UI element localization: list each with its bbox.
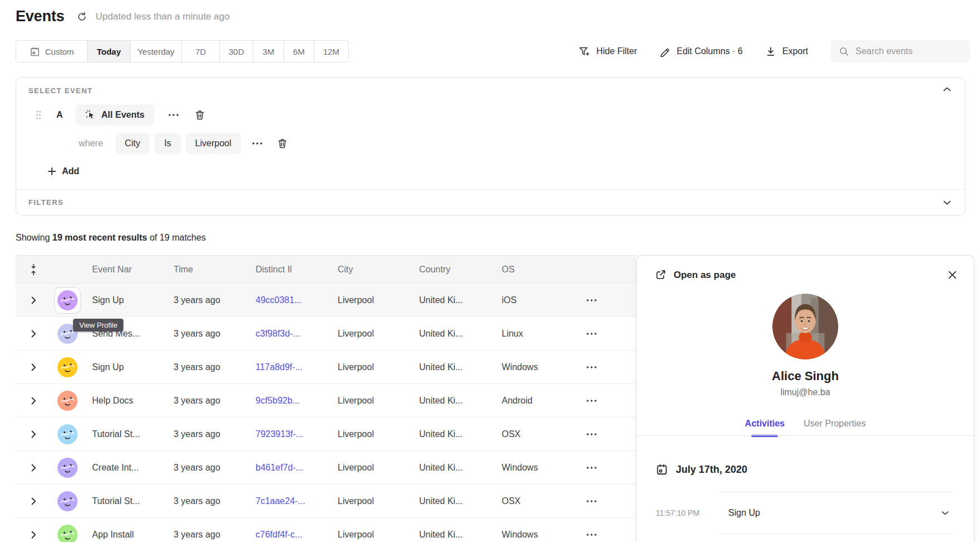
date-range-6m[interactable]: 6M: [284, 41, 314, 62]
column-header-time[interactable]: Time: [165, 265, 247, 275]
row-more-button[interactable]: [587, 400, 597, 402]
event-name-cell: Tutorial St...: [84, 496, 165, 506]
activity-row: 11:57:10 PM Sign Up: [656, 492, 952, 534]
refresh-button[interactable]: [76, 11, 88, 22]
event-name-cell: Help Docs: [84, 396, 165, 406]
distinct-id-link[interactable]: c3f98f3d-...: [247, 329, 329, 339]
events-table: Event NarTimeDistinct IlCityCountryOS Si…: [16, 255, 636, 542]
distinct-id-link[interactable]: 7c1aae24-...: [247, 496, 329, 506]
compress-rows-button[interactable]: [16, 263, 51, 276]
event-delete-button[interactable]: [194, 109, 205, 121]
hide-filter-button[interactable]: Hide Filter: [578, 46, 637, 57]
row-more-button[interactable]: [587, 433, 597, 435]
time-cell: 3 years ago: [165, 496, 247, 506]
column-header-event-nar[interactable]: Event Nar: [84, 265, 165, 275]
user-avatar[interactable]: [57, 290, 78, 310]
operator-chip[interactable]: Is: [155, 133, 180, 154]
distinct-id-link[interactable]: 117a8d9f-...: [247, 362, 329, 372]
where-more-button[interactable]: [252, 142, 262, 145]
table-row[interactable]: App Install3 years agoc76fdf4f-c...Liver…: [16, 518, 636, 542]
user-avatar[interactable]: [57, 491, 78, 511]
date-range-30d[interactable]: 30D: [220, 41, 253, 62]
row-more-button[interactable]: [587, 333, 597, 335]
table-row[interactable]: Help Docs3 years ago9cf5b92b...Liverpool…: [16, 384, 636, 418]
event-name-cell: Create Int...: [84, 463, 165, 473]
chevron-up-icon: [943, 87, 952, 92]
date-range-12m[interactable]: 12M: [314, 41, 348, 62]
date-range-7d[interactable]: 7D: [182, 41, 220, 62]
download-icon: [765, 46, 776, 57]
os-cell: iOS: [493, 295, 568, 305]
user-avatar[interactable]: [57, 458, 78, 478]
row-more-button[interactable]: [587, 366, 597, 368]
column-header-country[interactable]: Country: [411, 265, 493, 275]
row-more-button[interactable]: [587, 500, 597, 502]
row-more-button[interactable]: [587, 299, 597, 301]
row-more-button[interactable]: [587, 534, 597, 536]
property-chip[interactable]: City: [116, 133, 150, 154]
city-cell: Liverpool: [329, 530, 411, 540]
column-header-distinct-il[interactable]: Distinct Il: [247, 265, 329, 275]
table-row[interactable]: Create Int...3 years agob461ef7d-...Live…: [16, 451, 636, 485]
distinct-id-link[interactable]: b461ef7d-...: [247, 463, 329, 473]
distinct-id-link[interactable]: 49cc0381...: [247, 295, 329, 305]
collapse-section-button[interactable]: [943, 87, 952, 92]
city-cell: Liverpool: [329, 396, 411, 406]
date-range-custom[interactable]: Custom: [16, 41, 88, 62]
filters-section[interactable]: FILTERS: [28, 189, 952, 215]
add-label: Add: [62, 166, 79, 176]
distinct-id-link[interactable]: 9cf5b92b...: [247, 396, 329, 406]
row-expand-chevron[interactable]: [28, 396, 39, 406]
results-count: 19 most recent results: [52, 233, 147, 242]
export-button[interactable]: Export: [765, 46, 808, 57]
tab-user-properties[interactable]: User Properties: [804, 419, 866, 435]
search-box[interactable]: [830, 40, 970, 63]
distinct-id-link[interactable]: c76fdf4f-c...: [247, 530, 329, 540]
user-avatar[interactable]: [57, 525, 78, 542]
date-range-yesterday[interactable]: Yesterday: [131, 41, 182, 62]
user-avatar[interactable]: [57, 424, 78, 444]
where-clause-row: where City Is Liverpool: [16, 133, 288, 154]
calendar-icon: [30, 46, 40, 57]
magic-cursor-icon: [85, 109, 96, 121]
activity-event-expander[interactable]: Sign Up: [718, 492, 952, 534]
column-header-city[interactable]: City: [329, 265, 411, 275]
value-chip[interactable]: Liverpool: [186, 133, 241, 154]
city-cell: Liverpool: [329, 295, 411, 305]
event-more-button[interactable]: [169, 114, 179, 116]
open-as-page-button[interactable]: Open as page: [655, 269, 736, 281]
avatar-frame: [54, 387, 81, 414]
table-row[interactable]: Tutorial St...3 years ago7923913f-...Liv…: [16, 418, 636, 451]
user-avatar[interactable]: [57, 357, 78, 377]
close-panel-button[interactable]: [948, 270, 957, 280]
column-header-os[interactable]: OS: [493, 265, 568, 275]
event-name-cell: Tutorial St...: [84, 429, 165, 439]
row-expand-chevron[interactable]: [28, 362, 39, 372]
row-more-button[interactable]: [587, 467, 597, 469]
row-expand-chevron[interactable]: [28, 329, 39, 339]
distinct-id-link[interactable]: 7923913f-...: [247, 429, 329, 439]
table-row[interactable]: Tutorial St...3 years ago7c1aae24-...Liv…: [16, 485, 636, 518]
date-range-today[interactable]: Today: [88, 41, 131, 62]
event-selector-chip[interactable]: All Events: [75, 104, 154, 126]
date-range-3m[interactable]: 3M: [253, 41, 284, 62]
os-cell: Linux: [493, 329, 568, 339]
where-delete-button[interactable]: [277, 138, 288, 149]
table-row[interactable]: Sign Up3 years ago49cc0381...LiverpoolUn…: [16, 284, 636, 317]
edit-columns-button[interactable]: Edit Columns · 6: [659, 46, 742, 57]
row-expand-chevron[interactable]: [28, 530, 39, 540]
row-expand-chevron[interactable]: [28, 496, 39, 506]
add-event-button[interactable]: Add: [47, 163, 79, 180]
drag-handle[interactable]: [35, 110, 42, 120]
country-cell: United Ki...: [411, 362, 493, 372]
country-cell: United Ki...: [411, 530, 493, 540]
tab-activities[interactable]: Activities: [745, 419, 785, 435]
row-expand-chevron[interactable]: [28, 463, 39, 473]
profile-name: Alice Singh: [637, 369, 974, 383]
search-input[interactable]: [856, 46, 962, 56]
row-expand-chevron[interactable]: [28, 295, 39, 305]
date-range-label: 6M: [293, 47, 305, 56]
table-row[interactable]: Sign Up3 years ago117a8d9f-...LiverpoolU…: [16, 351, 636, 384]
user-avatar[interactable]: [57, 391, 78, 411]
row-expand-chevron[interactable]: [28, 429, 39, 439]
